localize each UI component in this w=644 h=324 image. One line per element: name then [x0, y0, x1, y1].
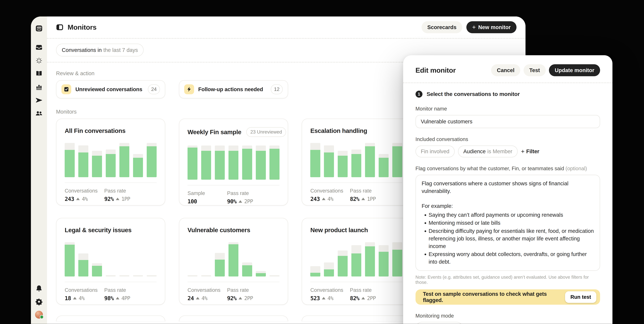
metric-value: 24 — [188, 295, 194, 302]
chart-bar-fill — [338, 156, 348, 177]
monitor-card-chart — [310, 141, 402, 177]
settings-gear-icon[interactable] — [35, 298, 43, 306]
clipboard-check-icon — [62, 84, 71, 94]
chart-bar — [270, 275, 279, 276]
edit-monitor-panel: Edit monitor Cancel Test Update monitor … — [403, 55, 612, 324]
trend-up-icon — [196, 297, 200, 300]
monitor-name-input[interactable] — [416, 115, 600, 128]
metric-conversations: Conversations244% — [188, 287, 227, 302]
add-filter-button[interactable]: +Filter — [521, 148, 540, 154]
monitor-card[interactable]: All Fin conversationsConversations2434%P… — [56, 118, 165, 206]
chart-bar-fill — [351, 154, 361, 177]
contacts-icon[interactable] — [35, 110, 43, 117]
intercom-logo-icon[interactable] — [35, 25, 43, 32]
monitor-card-partial[interactable] — [56, 316, 165, 321]
chart-bar-fill — [92, 266, 102, 276]
metric-label: Conversations — [65, 287, 104, 293]
inbox-icon[interactable] — [35, 44, 43, 51]
chart-bar-fill — [188, 148, 198, 180]
new-monitor-button[interactable]: +New monitor — [466, 21, 516, 33]
chart-bar-fill — [133, 158, 143, 177]
metric-label: Conversations — [310, 188, 350, 194]
chart-bar — [338, 250, 348, 276]
run-test-button[interactable]: Run test — [565, 291, 596, 303]
monitoring-mode-select[interactable]: Continuous — [416, 322, 463, 324]
chart-bar — [188, 275, 198, 276]
divider — [188, 282, 280, 282]
monitor-card[interactable]: Escalation handlingConversations2434%Pas… — [302, 118, 411, 206]
metric-label: Sample — [188, 190, 227, 196]
flag-bullet-list: Saying they can’t afford payments or upc… — [429, 211, 594, 266]
metric-delta: 4% — [328, 196, 333, 202]
fin-ai-icon[interactable] — [35, 57, 43, 64]
chart-bar — [228, 242, 238, 276]
metric-delta: 4% — [79, 295, 84, 301]
chart-bar-fill — [147, 146, 156, 177]
outbound-icon[interactable] — [35, 96, 43, 104]
chart-bar — [201, 146, 211, 180]
bolt-icon — [184, 84, 194, 94]
chart-bar-fill — [120, 146, 129, 177]
metric-value: 82% — [350, 196, 359, 202]
monitor-card[interactable]: New product launchConversations5234%Pass… — [302, 218, 411, 305]
chart-bar — [228, 146, 238, 180]
update-monitor-button[interactable]: Update monitor — [549, 64, 600, 76]
unreviewed-conversations-card[interactable]: Unreviewed conversations 24 — [56, 80, 165, 98]
reports-icon[interactable] — [35, 83, 43, 91]
chart-bar — [147, 143, 156, 177]
trend-up-icon — [76, 198, 80, 200]
chart-bar — [106, 275, 116, 276]
metric-label: Conversations — [188, 287, 227, 293]
chart-bar — [133, 154, 143, 177]
date-range-filter[interactable]: Conversations in the last 7 days — [56, 44, 144, 56]
monitor-card[interactable]: Vulnerable customersConversations244%Pas… — [179, 218, 288, 305]
chart-bar-fill — [215, 260, 225, 276]
monitor-card-chart — [65, 240, 156, 276]
chart-bar-fill — [379, 158, 388, 177]
chart-bar-fill — [106, 154, 116, 177]
metric-delta: 2PP — [367, 295, 376, 301]
monitor-card-partial[interactable] — [302, 316, 411, 321]
chart-bar — [120, 275, 129, 276]
chart-bar-fill — [201, 151, 211, 180]
chart-bar — [324, 262, 334, 276]
monitor-card-title: All Fin conversations — [65, 127, 126, 134]
metric-delta: 1PP — [367, 196, 376, 202]
monitor-card-title: Vulnerable customers — [188, 226, 250, 234]
fin-involved-filter-pill[interactable]: Fin involved — [416, 146, 455, 157]
metric-value: 82% — [350, 295, 359, 302]
chart-bar — [379, 245, 388, 276]
monitor-card-partial[interactable] — [179, 316, 288, 321]
audience-filter-pill[interactable]: Audience is Member — [458, 146, 518, 157]
chart-bar — [310, 143, 320, 177]
chart-bar — [270, 146, 279, 180]
unreviewed-badge: 23 Unreviewed — [246, 127, 286, 137]
test-button[interactable]: Test — [524, 64, 546, 76]
metric-delta: 2PP — [244, 198, 253, 204]
trend-up-icon — [238, 200, 242, 203]
metric-delta: 4% — [202, 295, 207, 301]
metric-delta: 2PP — [244, 295, 253, 301]
follow-up-actions-card[interactable]: Follow-up actions needed 12 — [179, 80, 288, 98]
metric-label: Conversations — [310, 287, 350, 293]
user-avatar[interactable] — [35, 311, 43, 318]
chart-bar-fill — [228, 244, 238, 276]
notifications-bell-icon[interactable] — [35, 285, 43, 292]
flag-intro: Flag conversations where a customer show… — [422, 180, 594, 195]
flag-description-textarea[interactable]: Flag conversations where a customer show… — [416, 175, 600, 271]
chart-bar-fill — [92, 156, 102, 177]
scorecards-button[interactable]: Scorecards — [422, 21, 462, 33]
divider — [310, 282, 402, 282]
metric-delta: 4% — [328, 295, 333, 301]
filter-prefix: Conversations in — [62, 48, 102, 53]
divider — [310, 182, 402, 183]
monitor-name-label: Monitor name — [416, 106, 600, 112]
trend-up-icon — [362, 297, 365, 300]
monitor-card[interactable]: Weekly Fin sample23 UnreviewedSample100P… — [179, 118, 288, 206]
monitor-card[interactable]: Legal & security issuesConversations184%… — [56, 218, 165, 305]
metric-value: 243 — [310, 196, 320, 202]
metric-value: 98% — [104, 295, 114, 302]
knowledge-book-icon[interactable] — [35, 70, 43, 78]
cancel-button[interactable]: Cancel — [491, 64, 520, 76]
chart-bar-fill — [65, 245, 74, 276]
